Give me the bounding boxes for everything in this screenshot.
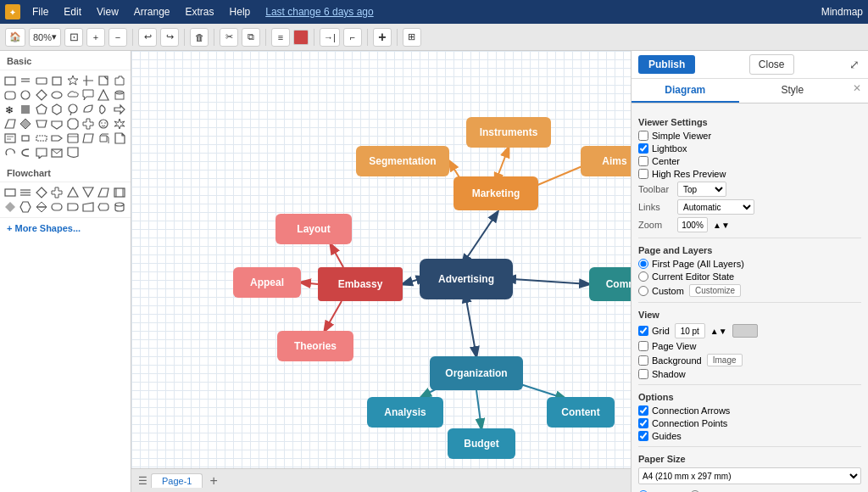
first-page-label[interactable]: First Page (All Layers) — [638, 259, 744, 269]
corner-button[interactable]: ⌐ — [343, 28, 362, 47]
canvas[interactable]: Advertising Marketing Communication Orga… — [131, 51, 631, 468]
grid-checkbox[interactable] — [638, 326, 648, 336]
close-button[interactable]: Close — [749, 54, 794, 75]
grid-color-picker[interactable] — [732, 324, 758, 338]
shape-pentagon2[interactable] — [50, 117, 64, 131]
menu-file[interactable]: File — [29, 4, 52, 20]
shape-note[interactable] — [97, 74, 110, 87]
shape-chat[interactable] — [35, 146, 48, 159]
simple-viewer-label[interactable]: Simple Viewer — [638, 131, 711, 141]
background-checkbox[interactable] — [638, 355, 648, 366]
shape-dash[interactable] — [35, 131, 48, 145]
shape-hexagon[interactable] — [50, 103, 64, 116]
shape-card[interactable] — [66, 131, 80, 145]
simple-viewer-checkbox[interactable] — [638, 131, 648, 141]
customize-button[interactable]: Customize — [689, 284, 741, 297]
flow-merge[interactable] — [81, 186, 95, 199]
fullscreen-button[interactable]: ⤢ — [848, 56, 861, 73]
connection-points-checkbox[interactable] — [638, 418, 648, 428]
publish-button[interactable]: Publish — [638, 55, 695, 74]
current-editor-label[interactable]: Current Editor State — [638, 271, 734, 282]
links-select[interactable]: AutomaticNew WindowSame Window — [677, 199, 754, 215]
shape-square2[interactable] — [19, 103, 32, 116]
tab-diagram[interactable]: Diagram — [632, 79, 739, 103]
shape-triangle[interactable] — [97, 88, 110, 102]
current-editor-radio[interactable] — [638, 271, 648, 282]
custom-label[interactable]: Custom — [638, 286, 684, 296]
node-content[interactable]: Content — [547, 397, 615, 428]
table-button[interactable]: ⊞ — [403, 28, 421, 47]
add-tab-button[interactable]: + — [206, 473, 220, 489]
shape-cube[interactable] — [97, 131, 110, 145]
cut-button[interactable]: ✂ — [220, 28, 238, 47]
insert-button[interactable]: + — [373, 28, 392, 47]
node-instruments[interactable]: Instruments — [466, 117, 551, 148]
arrow-button[interactable]: →| — [320, 28, 340, 47]
shadow-checkbox[interactable] — [638, 369, 648, 379]
tab-style[interactable]: Style — [739, 79, 847, 103]
first-page-radio[interactable] — [638, 259, 648, 269]
shape-diamond[interactable] — [35, 88, 48, 102]
flow-db[interactable] — [113, 200, 126, 214]
shape-tab[interactable] — [113, 74, 126, 87]
node-marketing[interactable]: Marketing — [453, 176, 538, 210]
lightbox-label[interactable]: Lightbox — [638, 143, 687, 154]
node-layout[interactable]: Layout — [275, 214, 352, 244]
node-budget[interactable]: Budget — [448, 428, 515, 459]
more-shapes-link[interactable]: + More Shapes... — [0, 217, 131, 238]
shape-lines[interactable] — [19, 74, 32, 87]
copy-button[interactable]: ⧉ — [242, 28, 260, 47]
shape-rect-text[interactable] — [3, 131, 17, 145]
custom-radio[interactable] — [638, 286, 648, 296]
shape-cross2[interactable] — [81, 117, 95, 131]
node-analysis[interactable]: Analysis — [367, 397, 443, 428]
paper-size-select[interactable]: A4 (210 mm x 297 mm) A3 Letter Legal — [638, 467, 861, 484]
shape-starburst[interactable] — [113, 117, 126, 131]
page-menu-icon[interactable]: ☰ — [138, 475, 147, 487]
page-view-label[interactable]: Page View — [638, 341, 696, 351]
connection-arrows-checkbox[interactable] — [638, 405, 648, 416]
high-res-label[interactable]: High Res Preview — [638, 169, 726, 179]
shape-circle[interactable] — [19, 88, 32, 102]
connection-points-label[interactable]: Connection Points — [638, 418, 727, 428]
zoom-out-button[interactable]: − — [108, 28, 127, 47]
delete-button[interactable]: 🗑 — [190, 28, 209, 47]
node-organization[interactable]: Organization — [430, 356, 523, 390]
shape-octagon[interactable] — [66, 117, 80, 131]
flow-decision[interactable] — [35, 186, 48, 199]
shape-envelope[interactable] — [50, 146, 64, 159]
flow-lines2[interactable] — [19, 186, 32, 199]
shape-callout[interactable] — [81, 88, 95, 102]
shape-snowflake[interactable]: ❄ — [3, 103, 17, 116]
flow-io[interactable] — [97, 186, 110, 199]
zoom-input[interactable] — [677, 217, 708, 232]
node-advertising[interactable]: Advertising — [420, 259, 513, 299]
last-change-link[interactable]: Last change 6 days ago — [265, 6, 373, 18]
flow-process[interactable] — [3, 186, 17, 199]
grid-stepper[interactable]: ▲▼ — [710, 327, 727, 336]
shape-rect3[interactable] — [50, 74, 64, 87]
image-button[interactable]: Image — [707, 354, 743, 366]
shape-pentagon[interactable] — [35, 103, 48, 116]
node-aims[interactable]: Aims — [581, 146, 631, 176]
menu-extras[interactable]: Extras — [182, 4, 218, 20]
flow-extract[interactable] — [66, 186, 80, 199]
shape-cylinder[interactable] — [113, 88, 126, 102]
flow-delay[interactable] — [66, 200, 80, 214]
shape-halfcircle[interactable] — [81, 103, 95, 116]
format-button[interactable]: ≡ — [271, 28, 290, 47]
flow-predefined[interactable] — [113, 186, 126, 199]
flow-manual[interactable] — [81, 200, 95, 214]
grid-size-input[interactable] — [675, 323, 705, 338]
color-button[interactable] — [293, 30, 309, 45]
flow-term[interactable] — [50, 200, 64, 214]
shape-bubble[interactable] — [66, 103, 80, 116]
center-checkbox[interactable] — [638, 156, 648, 166]
shadow-label[interactable]: Shadow — [638, 369, 686, 379]
flow-cross[interactable] — [50, 186, 64, 199]
connection-arrows-label[interactable]: Connection Arrows — [638, 405, 730, 416]
center-label[interactable]: Center — [638, 156, 680, 166]
shape-cross[interactable] — [81, 74, 95, 87]
shape-small-rect[interactable] — [19, 131, 32, 145]
flow-diamond2[interactable] — [3, 200, 17, 214]
